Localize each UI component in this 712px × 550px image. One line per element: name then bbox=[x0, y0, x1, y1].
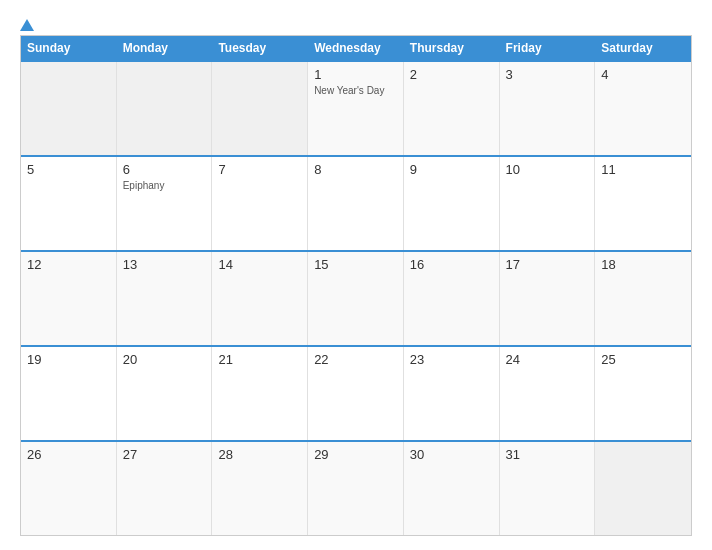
day-number: 10 bbox=[506, 162, 589, 179]
day-headers: SundayMondayTuesdayWednesdayThursdayFrid… bbox=[21, 36, 691, 60]
week-row-2: 56Epiphany7891011 bbox=[21, 155, 691, 250]
day-number: 27 bbox=[123, 447, 206, 464]
day-cell: 31 bbox=[500, 442, 596, 535]
day-number: 26 bbox=[27, 447, 110, 464]
day-number: 5 bbox=[27, 162, 110, 179]
day-number: 14 bbox=[218, 257, 301, 274]
calendar: SundayMondayTuesdayWednesdayThursdayFrid… bbox=[20, 35, 692, 536]
logo-triangle-icon bbox=[20, 19, 34, 31]
day-cell: 11 bbox=[595, 157, 691, 250]
day-cell bbox=[117, 62, 213, 155]
day-number: 17 bbox=[506, 257, 589, 274]
day-number: 12 bbox=[27, 257, 110, 274]
day-number: 20 bbox=[123, 352, 206, 369]
day-cell: 9 bbox=[404, 157, 500, 250]
day-number: 31 bbox=[506, 447, 589, 464]
day-number: 11 bbox=[601, 162, 685, 179]
day-number: 30 bbox=[410, 447, 493, 464]
day-number: 15 bbox=[314, 257, 397, 274]
day-number: 3 bbox=[506, 67, 589, 84]
week-row-3: 12131415161718 bbox=[21, 250, 691, 345]
day-header-wednesday: Wednesday bbox=[308, 36, 404, 60]
day-cell: 3 bbox=[500, 62, 596, 155]
day-number: 9 bbox=[410, 162, 493, 179]
day-number: 13 bbox=[123, 257, 206, 274]
day-cell: 14 bbox=[212, 252, 308, 345]
day-number: 1 bbox=[314, 67, 397, 84]
day-cell: 15 bbox=[308, 252, 404, 345]
day-number: 16 bbox=[410, 257, 493, 274]
day-cell: 18 bbox=[595, 252, 691, 345]
day-number: 24 bbox=[506, 352, 589, 369]
day-cell: 12 bbox=[21, 252, 117, 345]
header bbox=[20, 18, 692, 31]
day-number: 2 bbox=[410, 67, 493, 84]
day-cell: 30 bbox=[404, 442, 500, 535]
holiday-name: New Year's Day bbox=[314, 85, 397, 97]
day-cell: 22 bbox=[308, 347, 404, 440]
day-cell: 6Epiphany bbox=[117, 157, 213, 250]
day-cell bbox=[21, 62, 117, 155]
day-number: 22 bbox=[314, 352, 397, 369]
day-number: 6 bbox=[123, 162, 206, 179]
day-cell: 27 bbox=[117, 442, 213, 535]
day-header-friday: Friday bbox=[500, 36, 596, 60]
day-cell: 13 bbox=[117, 252, 213, 345]
day-cell: 8 bbox=[308, 157, 404, 250]
day-cell: 29 bbox=[308, 442, 404, 535]
day-header-tuesday: Tuesday bbox=[212, 36, 308, 60]
day-cell: 2 bbox=[404, 62, 500, 155]
day-number: 8 bbox=[314, 162, 397, 179]
day-cell: 26 bbox=[21, 442, 117, 535]
day-number: 21 bbox=[218, 352, 301, 369]
day-cell: 1New Year's Day bbox=[308, 62, 404, 155]
day-cell: 16 bbox=[404, 252, 500, 345]
day-cell: 28 bbox=[212, 442, 308, 535]
day-cell: 19 bbox=[21, 347, 117, 440]
day-cell: 25 bbox=[595, 347, 691, 440]
week-row-4: 19202122232425 bbox=[21, 345, 691, 440]
day-header-sunday: Sunday bbox=[21, 36, 117, 60]
day-header-thursday: Thursday bbox=[404, 36, 500, 60]
logo bbox=[20, 20, 38, 31]
logo-blue-row bbox=[20, 20, 38, 31]
day-cell: 17 bbox=[500, 252, 596, 345]
day-cell: 5 bbox=[21, 157, 117, 250]
day-number: 25 bbox=[601, 352, 685, 369]
day-header-monday: Monday bbox=[117, 36, 213, 60]
day-cell: 21 bbox=[212, 347, 308, 440]
day-cell: 4 bbox=[595, 62, 691, 155]
calendar-page: SundayMondayTuesdayWednesdayThursdayFrid… bbox=[0, 0, 712, 550]
week-row-5: 262728293031 bbox=[21, 440, 691, 535]
day-number: 19 bbox=[27, 352, 110, 369]
holiday-name: Epiphany bbox=[123, 180, 206, 192]
day-number: 29 bbox=[314, 447, 397, 464]
day-number: 28 bbox=[218, 447, 301, 464]
day-number: 18 bbox=[601, 257, 685, 274]
day-cell bbox=[212, 62, 308, 155]
day-number: 7 bbox=[218, 162, 301, 179]
week-row-1: 1New Year's Day234 bbox=[21, 60, 691, 155]
day-cell: 10 bbox=[500, 157, 596, 250]
day-cell: 24 bbox=[500, 347, 596, 440]
calendar-body: 1New Year's Day23456Epiphany789101112131… bbox=[21, 60, 691, 535]
day-cell: 7 bbox=[212, 157, 308, 250]
day-cell bbox=[595, 442, 691, 535]
day-cell: 20 bbox=[117, 347, 213, 440]
day-number: 4 bbox=[601, 67, 685, 84]
day-header-saturday: Saturday bbox=[595, 36, 691, 60]
day-cell: 23 bbox=[404, 347, 500, 440]
day-number: 23 bbox=[410, 352, 493, 369]
